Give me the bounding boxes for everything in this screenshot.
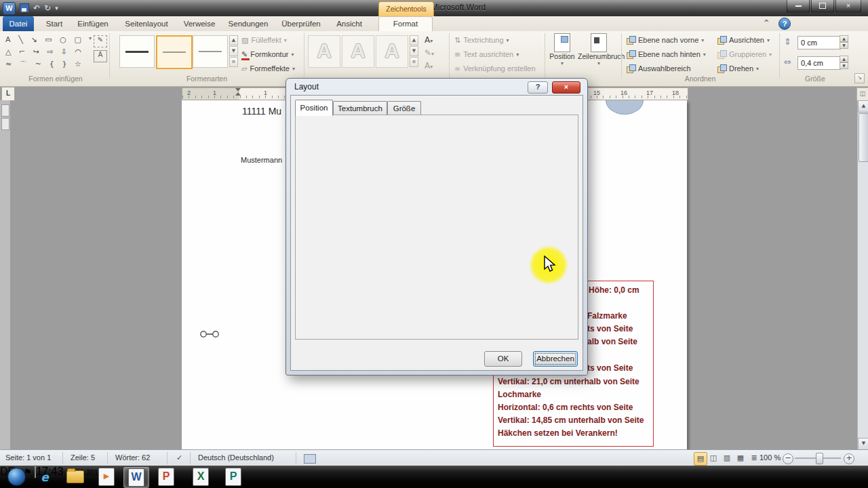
taskbar-word-active[interactable]: W bbox=[123, 467, 149, 488]
view-outline-button[interactable]: ▦ bbox=[734, 452, 747, 464]
ruler-toggle-button[interactable]: ◫ bbox=[856, 87, 868, 101]
vertical-scrollbar[interactable]: ▲ ▼ bbox=[857, 100, 868, 449]
align-objects-button[interactable]: Ausrichten ▾ bbox=[717, 34, 770, 46]
scroll-up-button[interactable]: ▲ bbox=[858, 100, 868, 113]
wordart-scrollbar[interactable]: ▲ ▼ ≡ bbox=[410, 35, 418, 67]
left-brace-shape-icon[interactable]: { bbox=[50, 60, 54, 70]
arc-shape-icon[interactable]: ◠ bbox=[75, 47, 81, 56]
view-fullscreen-reading-button[interactable]: ◫ bbox=[707, 452, 719, 464]
text-fill-icon[interactable]: A▾ bbox=[425, 35, 433, 45]
shape-style-scrollbar[interactable]: ▲ ▼ ≡ bbox=[229, 35, 238, 67]
selection-pane-button[interactable]: Auswahlbereich bbox=[627, 62, 691, 75]
help-icon[interactable]: ? bbox=[778, 18, 791, 30]
edit-shape-icon[interactable]: ✎ bbox=[94, 35, 107, 47]
shape-style-thumb-1[interactable] bbox=[119, 35, 155, 68]
zoom-out-button[interactable]: − bbox=[783, 453, 793, 464]
tab-verweise[interactable]: Verweise bbox=[179, 16, 220, 31]
curve-shape-icon[interactable]: ⌒ bbox=[20, 60, 27, 70]
dialog-help-button[interactable]: ? bbox=[528, 81, 548, 94]
gallery-more-icon[interactable]: ▾ bbox=[89, 35, 92, 41]
qat-customize-icon[interactable]: ▾ bbox=[55, 3, 58, 14]
text-effects-icon[interactable]: A▾ bbox=[425, 61, 433, 70]
ok-button[interactable]: OK bbox=[484, 351, 522, 367]
taskbar-excel[interactable]: X bbox=[189, 467, 213, 487]
star-shape-icon[interactable]: ☆ bbox=[75, 60, 81, 70]
triangle-shape-icon[interactable]: △ bbox=[5, 47, 11, 56]
text-direction-button[interactable]: ⇅ Textrichtung ▾ bbox=[454, 34, 509, 46]
right-arrow-shape-icon[interactable]: ⇨ bbox=[47, 47, 53, 56]
wordart-style-thumb-3[interactable]: A bbox=[376, 35, 408, 68]
view-web-layout-button[interactable]: ▥ bbox=[721, 452, 733, 464]
taskbar-powerpoint[interactable]: P bbox=[154, 467, 178, 487]
hanging-indent-marker[interactable] bbox=[235, 92, 241, 96]
down-arrow-shape-icon[interactable]: ⇩ bbox=[61, 47, 67, 56]
minimize-ribbon-icon[interactable]: ^ bbox=[764, 19, 769, 26]
shape-height-input[interactable]: 0 cm bbox=[797, 36, 841, 49]
redo-icon[interactable]: ↻ bbox=[44, 3, 51, 14]
taskbar-utility[interactable] bbox=[287, 467, 311, 487]
status-words[interactable]: Wörter: 62 bbox=[115, 453, 150, 462]
tab-ueberpruefen[interactable]: Überprüfen bbox=[277, 16, 326, 31]
tab-einfuegen[interactable]: Einfügen bbox=[72, 16, 114, 31]
zoom-level[interactable]: 100 % bbox=[760, 453, 781, 462]
dialog-tab-textumbruch[interactable]: Textumbruch bbox=[333, 101, 387, 116]
scroll-up-icon[interactable]: ▲ bbox=[410, 35, 418, 45]
taskbar-publisher[interactable]: P bbox=[221, 467, 245, 487]
keyboard-tray-icon[interactable] bbox=[304, 454, 316, 464]
status-language[interactable]: Deutsch (Deutschland) bbox=[198, 453, 274, 462]
tab-stop-selector[interactable]: L bbox=[1, 87, 15, 101]
group-objects-button[interactable]: Gruppieren ▾ bbox=[717, 48, 772, 60]
close-button[interactable]: × bbox=[835, 0, 861, 13]
word-logo-icon[interactable]: W bbox=[3, 2, 16, 15]
cancel-button[interactable]: Abbrechen bbox=[533, 351, 578, 367]
scroll-down-button[interactable]: ▼ bbox=[858, 438, 868, 450]
minimize-button[interactable] bbox=[787, 0, 810, 13]
dialog-tab-position[interactable]: Position bbox=[295, 100, 333, 116]
view-draft-button[interactable]: ≣ bbox=[748, 452, 760, 464]
arrow-shape-icon[interactable]: ↘ bbox=[31, 35, 37, 44]
right-brace-shape-icon[interactable]: } bbox=[62, 60, 66, 70]
shape-outline-button[interactable]: ✎ Formkontur ▾ bbox=[241, 48, 294, 60]
shape-fill-button[interactable]: ▨ Fülleffekt ▾ bbox=[241, 34, 287, 46]
scribble-shape-icon[interactable]: ≈ bbox=[5, 60, 12, 70]
status-line[interactable]: Zeile: 5 bbox=[71, 453, 95, 462]
rounded-rect-shape-icon[interactable]: ▢ bbox=[75, 35, 81, 44]
textbox-shape-icon[interactable]: A bbox=[5, 35, 11, 44]
tab-format[interactable]: Format bbox=[378, 16, 433, 33]
send-backward-button[interactable]: Ebene nach hinten ▾ bbox=[627, 48, 706, 60]
spellcheck-icon[interactable]: ✓ bbox=[176, 453, 182, 462]
rectangle-shape-icon[interactable]: ▭ bbox=[45, 35, 52, 44]
draw-textbox-icon[interactable]: A bbox=[94, 50, 107, 62]
start-button[interactable] bbox=[4, 467, 28, 487]
shape-style-thumb-3[interactable] bbox=[193, 35, 228, 68]
shape-width-input[interactable]: 0,4 cm bbox=[797, 56, 841, 70]
tab-datei[interactable]: Datei bbox=[3, 16, 34, 31]
taskbar-internet-explorer[interactable]: e bbox=[33, 467, 57, 487]
gallery-expand-icon[interactable]: ≡ bbox=[410, 57, 418, 67]
scroll-down-icon[interactable]: ▼ bbox=[410, 46, 418, 56]
gallery-expand-icon[interactable]: ≡ bbox=[229, 57, 238, 67]
line-shape-icon[interactable]: ╲ bbox=[18, 35, 23, 44]
shape-height-stepper[interactable]: ▲▼ bbox=[840, 35, 848, 49]
tab-ansicht[interactable]: Ansicht bbox=[330, 16, 369, 31]
undo-icon[interactable]: ↶ bbox=[33, 3, 40, 14]
shape-effects-button[interactable]: ▱ Formeffekte ▾ bbox=[241, 62, 295, 75]
scroll-down-icon[interactable]: ▼ bbox=[229, 46, 238, 56]
shape-style-thumb-2-selected[interactable] bbox=[156, 35, 193, 69]
shape-width-stepper[interactable]: ▲▼ bbox=[840, 56, 848, 69]
dialog-tab-groesse[interactable]: Größe bbox=[387, 101, 421, 116]
dialog-close-button[interactable]: × bbox=[552, 81, 580, 94]
position-button[interactable]: Position ▾ bbox=[547, 33, 578, 77]
view-print-layout-button[interactable]: ▤ bbox=[694, 452, 707, 466]
size-dialog-launcher-icon[interactable]: ↘ bbox=[854, 73, 865, 83]
oval-shape-icon[interactable]: ○ bbox=[60, 35, 66, 44]
zoom-slider-thumb[interactable] bbox=[816, 453, 823, 464]
first-line-indent-marker[interactable] bbox=[235, 88, 241, 92]
wave-shape-icon[interactable]: ~ bbox=[35, 60, 41, 70]
status-page[interactable]: Seite: 1 von 1 bbox=[5, 453, 51, 462]
taskbar-capture-tool[interactable] bbox=[319, 467, 344, 487]
scroll-up-icon[interactable]: ▲ bbox=[229, 35, 238, 45]
restore-button[interactable] bbox=[811, 0, 834, 13]
text-outline-icon[interactable]: ✎▾ bbox=[425, 48, 434, 58]
rotate-objects-button[interactable]: Drehen ▾ bbox=[717, 62, 759, 75]
